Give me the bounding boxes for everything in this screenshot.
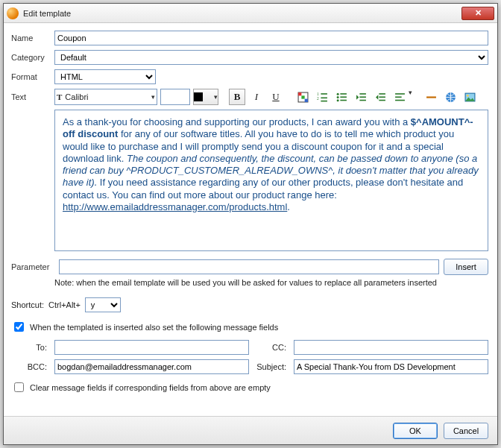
body-seg: As a thank-you for choosing and supporti…: [63, 116, 411, 127]
app-icon: [7, 7, 19, 19]
set-fields-checkbox[interactable]: [14, 322, 24, 332]
hyperlink-button[interactable]: [442, 89, 459, 105]
chevron-down-icon: ▾: [409, 89, 412, 105]
body-seg: .: [287, 201, 290, 212]
rich-text-editor[interactable]: As a thank-you for choosing and supporti…: [54, 110, 488, 251]
svg-rect-2: [301, 95, 304, 98]
chevron-down-icon: ▾: [214, 93, 218, 101]
clear-fields-label: Clear message fields if corresponding fi…: [30, 383, 271, 392]
svg-rect-7: [321, 97, 327, 98]
svg-point-27: [466, 94, 468, 96]
clear-fields-checkbox[interactable]: [14, 382, 24, 392]
parameter-label: Parameter: [11, 262, 54, 271]
svg-point-11: [336, 96, 338, 98]
font-size-input[interactable]: [160, 89, 190, 105]
insert-image-button[interactable]: [461, 89, 478, 105]
svg-rect-19: [379, 96, 385, 98]
dialog-content: Name Category Default Format HTML Text: [4, 23, 497, 444]
svg-rect-15: [359, 93, 366, 95]
outdent-button[interactable]: [353, 89, 369, 105]
bullet-list-button[interactable]: [333, 89, 350, 105]
font-name-value: Calibri: [65, 92, 88, 101]
shortcut-key-select[interactable]: y: [85, 297, 121, 312]
svg-rect-22: [395, 96, 402, 98]
chevron-down-icon: ▾: [151, 93, 155, 101]
text-label: Text: [11, 92, 54, 101]
underline-button[interactable]: U: [268, 89, 284, 105]
svg-rect-16: [359, 96, 366, 98]
bcc-input[interactable]: [54, 359, 249, 374]
align-menu-button[interactable]: [391, 89, 408, 105]
cc-label: CC:: [255, 343, 288, 352]
window-title: Edit template: [23, 9, 461, 18]
subject-input[interactable]: [294, 359, 488, 374]
bcc-label: BCC:: [11, 362, 48, 371]
body-seg: If you need assistance regarding any of …: [63, 177, 463, 200]
svg-rect-20: [379, 99, 385, 101]
highlight-button[interactable]: [294, 89, 311, 105]
body-link[interactable]: http://www.emailaddressmanager.com/produ…: [63, 201, 287, 212]
svg-rect-10: [340, 93, 347, 95]
svg-rect-18: [379, 93, 385, 95]
insert-button[interactable]: Insert: [444, 259, 488, 275]
font-family-select[interactable]: T Calibri ▾: [54, 89, 157, 105]
svg-rect-23: [395, 99, 405, 101]
dialog-window: Edit template ✕ Name Category Default Fo…: [3, 3, 498, 445]
dialog-button-bar: OK Cancel: [4, 416, 497, 444]
svg-point-9: [336, 92, 338, 95]
svg-rect-12: [340, 96, 347, 98]
to-label: To:: [11, 343, 48, 352]
svg-rect-21: [395, 93, 405, 95]
subject-label: Subject:: [255, 362, 288, 371]
name-label: Name: [11, 34, 54, 42]
bold-button[interactable]: B: [229, 89, 245, 105]
to-input[interactable]: [54, 340, 249, 355]
svg-rect-8: [321, 100, 327, 101]
format-select[interactable]: HTML: [54, 69, 156, 84]
numbered-list-button[interactable]: 12: [314, 89, 330, 105]
cancel-button[interactable]: Cancel: [444, 423, 488, 439]
cc-input[interactable]: [294, 340, 488, 355]
italic-button[interactable]: I: [248, 89, 265, 105]
name-input[interactable]: [54, 31, 488, 45]
category-label: Category: [11, 53, 54, 62]
svg-point-13: [336, 99, 338, 101]
svg-rect-17: [359, 99, 366, 101]
color-swatch-icon: [194, 92, 203, 101]
svg-text:2: 2: [317, 95, 319, 100]
svg-rect-24: [426, 96, 436, 98]
set-fields-label: When the templated is inserted also set …: [30, 323, 278, 332]
svg-rect-1: [298, 92, 301, 95]
shortcut-label: Shortcut:: [11, 300, 44, 309]
category-select[interactable]: Default: [54, 50, 488, 65]
parameter-note: Note: when the email template will be us…: [54, 278, 488, 287]
ok-button[interactable]: OK: [393, 423, 438, 439]
svg-rect-3: [304, 98, 307, 101]
svg-rect-14: [340, 99, 347, 101]
close-button[interactable]: ✕: [461, 7, 494, 20]
horizontal-rule-button[interactable]: [423, 89, 439, 105]
titlebar[interactable]: Edit template ✕: [4, 4, 497, 23]
shortcut-prefix: Ctrl+Alt+: [48, 300, 81, 309]
indent-button[interactable]: [372, 89, 388, 105]
format-label: Format: [11, 72, 54, 81]
font-glyph-icon: T: [57, 92, 62, 101]
parameter-input[interactable]: [59, 259, 439, 274]
svg-rect-5: [321, 93, 327, 95]
font-color-button[interactable]: ▾: [193, 89, 218, 105]
